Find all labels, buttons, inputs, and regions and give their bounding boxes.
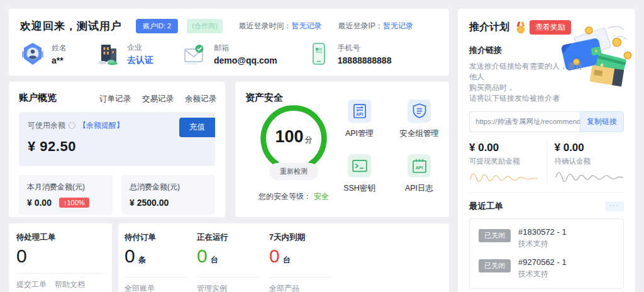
balance-reminder-link[interactable]: 【余额提醒】: [79, 120, 124, 131]
shortcut-api-manage[interactable]: API API管理: [330, 99, 389, 139]
pending-amount-col: ¥ 0.00 待确认金额: [547, 142, 625, 184]
pending-amount-value: ¥ 0.00: [555, 142, 625, 154]
pending-amount-label: 待确认金额: [555, 157, 625, 166]
api-manage-icon: API: [348, 99, 371, 123]
month-spend-label: 本月消费金额(元): [27, 182, 104, 193]
enterprise-label: 企业: [127, 42, 153, 53]
shortcut-api-log-label: API日志: [405, 183, 433, 194]
manage-instances-link[interactable]: 管理实例: [197, 283, 227, 292]
unpaid-orders-col: 待付订单 0条 全部账单: [125, 232, 197, 292]
referral-link-input[interactable]: https://帅涵专属网址/recommend/HtICS…: [469, 111, 580, 132]
shortcut-api-log[interactable]: API API日志: [389, 154, 449, 194]
expiring-products-unit: 台: [283, 256, 291, 264]
ticket-row[interactable]: 已关闭 #1830572 - 1 技术支持: [479, 227, 614, 249]
total-spend-value: ¥ 2500.00: [130, 198, 169, 208]
account-overview-card: 账户概览 订单记录 交易记录 余额记录 可使用余额 【余额提醒】 充值 ¥ 92…: [9, 82, 225, 217]
profile-email: 邮箱 demo@qq.com: [182, 42, 277, 67]
last-login-ip: 最近登录IP：暂无记录: [338, 21, 413, 31]
profile-name: 姓名 a**: [20, 42, 67, 67]
divider: [197, 277, 260, 278]
month-spend-value: ¥ 0.00: [27, 198, 52, 208]
recheck-button[interactable]: 重新检测: [269, 163, 318, 180]
balance-label: 可使用余额: [28, 120, 65, 131]
copy-link-button[interactable]: 复制链接: [580, 111, 624, 132]
welcome-title: 欢迎回来，测试用户: [20, 19, 122, 33]
divider: [125, 277, 187, 278]
referral-card: 推介计划 查看奖励 推介: [458, 9, 635, 292]
month-spend-trend-badge: ↑100%: [59, 198, 89, 208]
month-spend-box: 本月消费金额(元) ¥ 0.00 ↑100%: [19, 175, 113, 215]
running-instances-col: 正在运行 0台 管理实例: [197, 232, 269, 292]
all-products-link[interactable]: 全部产品: [269, 283, 299, 292]
recent-tickets-more-button[interactable]: ···: [605, 201, 624, 211]
info-icon[interactable]: [69, 122, 75, 129]
expiring-products-value: 0台: [269, 247, 341, 269]
balance-panel: 可使用余额 【余额提醒】 充值 ¥ 92.50: [19, 112, 215, 166]
unpaid-orders-unit: 条: [138, 256, 146, 264]
pending-tickets-label: 待处理工单: [16, 232, 104, 243]
divider: [16, 273, 104, 274]
expiring-products-col: 7天内到期 0台 全部产品: [269, 232, 341, 292]
recharge-button[interactable]: 充值: [179, 118, 215, 137]
referral-title: 推介计划: [469, 21, 509, 34]
last-login-time-value[interactable]: 暂无记录: [292, 21, 322, 30]
security-level-label: 您的安全等级：: [258, 192, 311, 201]
ticket-type: 技术支持: [518, 239, 567, 249]
divider: [469, 192, 624, 193]
total-spend-label: 总消费金额(元): [130, 182, 207, 193]
expiring-products-label: 7天内到期: [269, 232, 341, 243]
ticket-row[interactable]: 已关闭 #9270562 - 1 技术支持: [479, 257, 614, 279]
pending-tickets-card: 待处理工单 0 提交工单 帮助文档: [9, 223, 112, 292]
security-shortcuts: API API管理 安全组管理 SSH密钥: [330, 99, 449, 194]
account-id-badge: 账户ID: 2: [136, 19, 178, 33]
shortcut-api-manage-label: API管理: [345, 128, 374, 139]
building-icon: [96, 42, 121, 67]
shortcut-ssh-key-label: SSH密钥: [343, 183, 375, 194]
submit-ticket-link[interactable]: 提交工单: [16, 279, 47, 290]
withdrawable-amount-col: ¥ 0.00 可提现奖励金额: [469, 142, 547, 184]
medal-icon: [514, 21, 527, 34]
ticket-status-badge: 已关闭: [479, 229, 511, 242]
verify-link[interactable]: 去认证: [127, 55, 153, 66]
partner-badge: (合作商): [187, 19, 222, 33]
withdrawable-amount-label: 可提现奖励金额: [469, 157, 539, 166]
last-login-ip-value[interactable]: 暂无记录: [383, 21, 413, 30]
profile-row: 姓名 a** 企业 去认证: [20, 42, 438, 67]
shortcut-ssh-key[interactable]: SSH密钥: [330, 154, 389, 194]
referral-desc-line3: 请将以下链接发给被推介者: [469, 93, 589, 104]
security-level-line: 您的安全等级：安全: [247, 191, 341, 202]
withdrawable-amount-value: ¥ 0.00: [469, 142, 539, 154]
referral-desc-line1: 发送推介链接给有需要的人，邀请他人: [469, 61, 589, 82]
avatar-icon: [20, 42, 45, 67]
ticket-id: #9270562 - 1: [518, 257, 567, 267]
last-login-ip-label: 最近登录IP：: [338, 21, 383, 30]
ticket-type: 技术支持: [518, 269, 567, 279]
pending-sparkline: [555, 168, 625, 184]
help-docs-link[interactable]: 帮助文档: [55, 279, 85, 290]
welcome-row: 欢迎回来，测试用户 账户ID: 2 (合作商) 最近登录时间：暂无记录 最近登录…: [20, 19, 438, 33]
name-label: 姓名: [52, 43, 67, 53]
tab-balance-records[interactable]: 余额记录: [185, 94, 216, 104]
phone-icon: [306, 42, 331, 67]
last-login-time-label: 最近登录时间：: [239, 21, 292, 30]
view-rewards-button[interactable]: 查看奖励: [530, 20, 571, 35]
tab-order-records[interactable]: 订单记录: [99, 94, 131, 104]
running-instances-label: 正在运行: [197, 232, 269, 243]
svg-text:API: API: [415, 166, 423, 171]
email-label: 邮箱: [214, 43, 277, 53]
referral-desc-line2: 购买商品时，: [469, 82, 589, 93]
balance-value: ¥ 92.50: [28, 138, 206, 155]
unpaid-orders-value: 0条: [125, 247, 197, 269]
overview-tabs: 订单记录 交易记录 余额记录: [99, 94, 216, 104]
running-instances-unit: 台: [211, 256, 218, 264]
referral-description: 发送推介链接给有需要的人，邀请他人 购买商品时， 请将以下链接发给被推介者: [469, 61, 589, 104]
phone-value: 18888888888: [338, 55, 392, 65]
running-instances-value: 0台: [197, 247, 269, 269]
shortcut-security-group[interactable]: 安全组管理: [389, 99, 449, 139]
tab-transaction-records[interactable]: 交易记录: [142, 94, 174, 104]
profile-phone: 手机号 18888888888: [306, 42, 392, 67]
all-bills-link[interactable]: 全部账单: [125, 283, 155, 292]
security-group-icon: [408, 99, 431, 123]
mail-icon: [182, 42, 208, 67]
security-score-value: 100: [275, 127, 303, 146]
